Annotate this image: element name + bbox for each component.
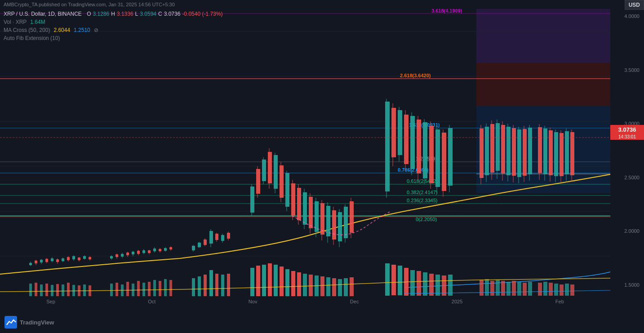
svg-rect-100 [274,155,278,189]
svg-rect-158 [501,125,505,173]
svg-rect-166 [523,129,527,176]
svg-rect-48 [78,258,80,260]
svg-rect-199 [126,282,129,296]
svg-rect-1 [476,63,610,106]
svg-rect-94 [256,169,260,194]
svg-text:0(2.2050): 0(2.2050) [416,217,437,222]
svg-rect-260 [570,284,574,296]
svg-rect-215 [250,268,254,296]
svg-rect-213 [221,275,224,296]
time-label-2025: 2025 [452,299,462,304]
svg-rect-152 [485,127,489,175]
svg-rect-168 [528,128,532,174]
svg-rect-205 [159,281,161,296]
time-label-feb: Feb [555,299,564,304]
current-price-time: 14:33:01 [610,134,644,140]
svg-rect-124 [344,207,348,238]
svg-rect-186 [40,284,43,296]
svg-text:2.618(3.6420): 2.618(3.6420) [400,73,431,78]
svg-rect-241 [435,275,440,296]
svg-rect-257 [554,284,558,296]
svg-rect-228 [326,277,330,296]
svg-rect-222 [291,271,295,296]
svg-rect-116 [320,203,324,235]
svg-rect-248 [501,281,505,296]
svg-rect-182 [570,132,574,175]
svg-rect-224 [303,274,307,296]
svg-rect-64 [137,251,140,254]
published-by: AMBCrypto_TA published on TradingView.co… [4,2,175,7]
svg-rect-44 [67,257,70,260]
svg-rect-217 [262,265,266,296]
svg-rect-68 [148,250,151,253]
pair-info: XRP / U.S. Dollar, 1D, BINANCE O 3.1286 … [4,10,222,18]
svg-rect-239 [423,272,427,296]
svg-rect-208 [192,278,195,296]
time-label-nov: Nov [249,299,258,304]
svg-rect-211 [209,270,213,296]
svg-rect-232 [350,277,354,296]
svg-rect-160 [506,127,511,175]
svg-rect-150 [480,129,484,178]
svg-rect-72 [159,249,161,251]
price-label-35: 3.5000 [610,67,642,73]
svg-rect-50 [83,256,86,259]
svg-rect-218 [268,263,272,296]
svg-rect-104 [285,173,289,207]
svg-rect-86 [215,234,218,240]
svg-rect-256 [549,283,553,296]
svg-rect-132 [398,110,402,155]
svg-rect-188 [51,285,53,296]
svg-rect-76 [169,247,172,249]
header: AMBCrypto_TA published on TradingView.co… [0,0,644,9]
svg-rect-253 [528,282,532,296]
svg-rect-92 [250,186,254,213]
price-label-2: 2.0000 [610,228,642,234]
svg-rect-130 [391,108,396,157]
svg-rect-194 [83,284,86,296]
svg-rect-233 [385,263,390,296]
svg-rect-58 [121,254,124,257]
svg-rect-172 [543,129,547,174]
svg-rect-78 [192,246,195,250]
volume-line: Vol · XRP 1.64M [4,18,222,26]
svg-rect-74 [164,248,167,251]
svg-rect-204 [153,280,156,296]
svg-rect-234 [391,265,396,295]
svg-rect-214 [227,274,230,296]
svg-rect-223 [297,272,301,296]
svg-rect-112 [309,197,313,228]
svg-rect-140 [423,122,427,178]
svg-rect-189 [56,284,59,296]
usd-label: USD [625,0,644,10]
svg-rect-197 [115,283,118,296]
svg-rect-174 [549,130,553,175]
svg-rect-128 [385,102,390,191]
svg-rect-251 [517,282,521,296]
svg-rect-187 [45,284,48,296]
svg-rect-190 [62,284,64,296]
tradingview-logo-text: TradingView [20,319,54,326]
svg-rect-88 [221,235,224,241]
svg-rect-243 [448,275,453,296]
svg-rect-120 [332,210,336,240]
svg-rect-258 [560,284,564,296]
svg-rect-82 [204,240,207,245]
svg-rect-176 [554,132,558,176]
svg-rect-80 [198,243,201,247]
price-label-4: 4.0000 [610,13,642,19]
svg-rect-102 [280,165,284,198]
price-label-25: 2.5000 [610,175,642,180]
svg-rect-146 [442,133,446,191]
svg-rect-231 [344,278,348,296]
svg-rect-156 [496,123,500,171]
ma-cross-line: MA Cross (50, 200) 2.6044 1.2510 ⊘ [4,26,222,34]
svg-rect-255 [543,282,547,296]
svg-rect-122 [338,212,342,241]
svg-text:0.382(2.4147): 0.382(2.4147) [407,190,438,195]
svg-rect-202 [142,283,145,296]
svg-rect-246 [490,281,494,296]
svg-rect-221 [285,269,289,296]
price-axis: 4.0000 3.5000 3.0000 2.5000 2.0000 1.500… [610,0,644,306]
price-label-15: 1.5000 [610,282,642,288]
